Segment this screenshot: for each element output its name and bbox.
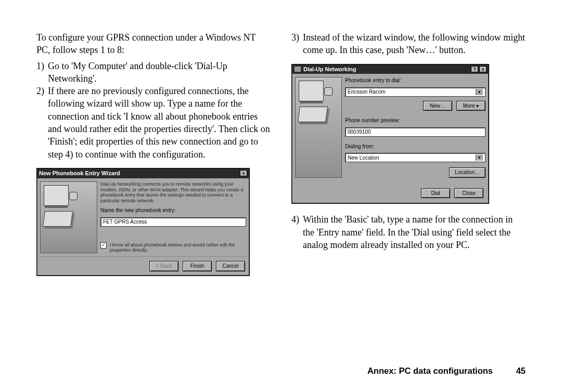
finish-button[interactable]: Finish [183,261,212,271]
step-1-num: 1) [36,60,48,85]
step-3: 3) Instead of the wizard window, the fol… [291,31,526,57]
footer-page-number: 45 [516,366,526,375]
phone-preview-value: 00039100 [348,128,371,136]
computer-icon [299,81,324,101]
dun-art-panel [295,77,342,178]
dun-titlebar: Dial-Up Networking ? x [292,64,489,74]
step-3-text: Instead of the wizard window, the follow… [303,31,526,57]
entry-name-field[interactable]: FET GPRS Access [100,217,246,227]
dialing-from-dropdown[interactable]: New Location ▾ [345,153,486,162]
laptop-icon [43,211,73,227]
know-all-checkbox[interactable]: ✓ [100,242,107,249]
cancel-button[interactable]: Cancel [216,261,245,271]
new-button[interactable]: New… [423,101,452,111]
more-button[interactable]: More ▾ [456,101,486,111]
computer-icon [44,185,69,206]
know-all-label: I know all about phonebook entries and w… [110,242,246,254]
intro-text: To configure your GPRS connection under … [36,31,271,57]
step-2-num: 2) [36,85,48,161]
laptop-icon [298,107,328,122]
wizard-description: Dial-Up Networking connects you to remot… [100,181,246,204]
step-2-text: If there are no previously configured co… [48,85,271,161]
help-icon[interactable]: ? [471,66,478,72]
wizard-titlebar: New Phonebook Entry Wizard x [37,168,249,178]
phonebook-entry-dropdown[interactable]: Ericsson Racom ▾ [345,87,486,97]
close-icon[interactable]: x [240,170,247,176]
dialing-from-value: New Location [348,154,379,162]
chevron-down-icon[interactable]: ▾ [476,89,483,95]
page-footer: Annex: PC data configurations 45 [367,365,526,376]
location-button[interactable]: Location… [449,167,486,178]
phonebook-entry-label: Phonebook entry to dial: [345,77,486,84]
entry-name-value: FET GPRS Access [103,218,147,226]
dun-dialog: Dial-Up Networking ? x Phonebook entry t… [291,64,489,204]
entry-name-label: Name the new phonebook entry: [100,207,246,214]
close-button[interactable]: Close [454,188,483,199]
wizard-art-panel [40,181,97,253]
phone-preview-label: Phone number preview: [345,117,486,124]
step-1-text: Go to 'My Computer' and double-click 'Di… [48,60,271,85]
step-3-num: 3) [291,31,303,57]
back-button[interactable]: < Back [149,261,178,271]
dialing-from-label: Dialing from: [345,143,486,150]
phonebook-entry-value: Ericsson Racom [348,88,386,96]
step-1: 1) Go to 'My Computer' and double-click … [36,60,271,85]
dun-title: Dial-Up Networking [303,66,356,73]
step-4-text: Within the 'Basic' tab, type a name for … [303,213,526,251]
phone-preview-field: 00039100 [345,127,486,137]
step-4-num: 4) [291,213,303,251]
wizard-dialog: New Phonebook Entry Wizard x Dial-Up Net… [36,168,250,276]
step-2: 2) If there are no previously configured… [36,85,271,161]
chevron-down-icon[interactable]: ▾ [476,154,483,161]
close-icon[interactable]: x [479,66,487,72]
step-4: 4) Within the 'Basic' tab, type a name f… [291,213,526,251]
dun-app-icon [294,66,301,72]
footer-section: Annex: PC data configurations [367,366,493,375]
wizard-title: New Phonebook Entry Wizard [39,169,120,177]
dial-button[interactable]: Dial [421,188,450,199]
